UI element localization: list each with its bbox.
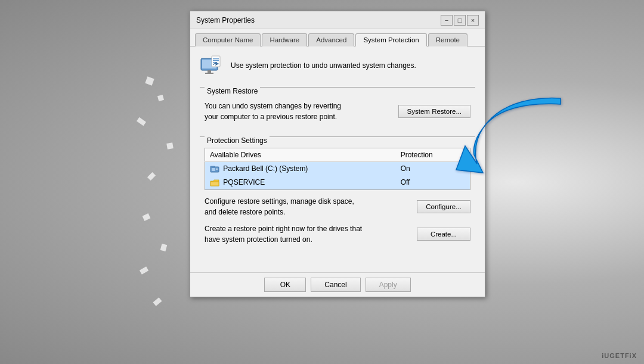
dialog-titlebar: System Properties − □ × bbox=[190, 11, 485, 29]
dialog-controls: − □ × bbox=[441, 15, 479, 26]
dialog-title: System Properties bbox=[196, 16, 255, 24]
watermark: iUGETFiX bbox=[602, 352, 637, 359]
tab-hardware[interactable]: Hardware bbox=[262, 33, 307, 46]
table-row[interactable]: Packard Bell (C:) (System) On bbox=[205, 162, 470, 176]
system-properties-dialog: System Properties − □ × Computer Name Ha… bbox=[190, 11, 485, 297]
apply-button[interactable]: Apply bbox=[366, 278, 411, 292]
create-row: Create a restore point right now for the… bbox=[205, 223, 470, 245]
drives-table: Available Drives Protection bbox=[205, 148, 470, 190]
system-restore-section: System Restore You can undo system chang… bbox=[200, 87, 475, 128]
drive-pq-name: PQSERVICE bbox=[205, 176, 396, 189]
dialog-body: Use system protection to undo unwanted s… bbox=[190, 46, 485, 272]
col-protection: Protection bbox=[396, 148, 470, 162]
protection-settings-label: Protection Settings bbox=[205, 136, 270, 145]
svg-rect-3 bbox=[205, 73, 213, 74]
col-drives: Available Drives bbox=[205, 148, 396, 162]
system-protection-icon bbox=[200, 54, 224, 77]
maximize-button[interactable]: □ bbox=[454, 15, 466, 26]
svg-rect-9 bbox=[212, 168, 215, 171]
tab-system-protection[interactable]: System Protection bbox=[355, 33, 426, 46]
drive-c-name: Packard Bell (C:) (System) bbox=[205, 162, 396, 176]
minimize-button[interactable]: − bbox=[441, 15, 453, 26]
tab-remote[interactable]: Remote bbox=[428, 33, 467, 46]
svg-rect-6 bbox=[213, 60, 219, 61]
configure-text: Configure restore settings, manage disk … bbox=[205, 196, 411, 217]
restore-description: You can undo system changes by reverting… bbox=[205, 101, 392, 122]
info-text: Use system protection to undo unwanted s… bbox=[231, 61, 416, 70]
tab-computer-name[interactable]: Computer Name bbox=[195, 33, 261, 46]
create-button[interactable]: Create... bbox=[417, 228, 470, 241]
cancel-button[interactable]: Cancel bbox=[311, 278, 360, 292]
tab-advanced[interactable]: Advanced bbox=[308, 33, 354, 46]
system-restore-button[interactable]: System Restore... bbox=[398, 105, 470, 118]
info-row: Use system protection to undo unwanted s… bbox=[200, 54, 475, 77]
svg-rect-10 bbox=[216, 169, 218, 170]
ok-button[interactable]: OK bbox=[264, 278, 306, 292]
dialog-footer: OK Cancel Apply bbox=[190, 272, 485, 297]
create-text: Create a restore point right now for the… bbox=[205, 223, 411, 245]
table-row[interactable]: PQSERVICE Off bbox=[205, 176, 470, 189]
close-button[interactable]: × bbox=[467, 15, 479, 26]
svg-rect-5 bbox=[213, 58, 219, 60]
svg-rect-12 bbox=[210, 182, 219, 186]
svg-rect-2 bbox=[208, 70, 211, 73]
system-restore-label: System Restore bbox=[205, 87, 260, 95]
protection-settings-section: Protection Settings Available Drives Pro… bbox=[200, 136, 475, 257]
prot-section-inner: Available Drives Protection bbox=[200, 145, 475, 257]
drive-c-protection: On bbox=[396, 162, 470, 176]
configure-button[interactable]: Configure... bbox=[417, 200, 470, 213]
restore-section-inner: You can undo system changes by reverting… bbox=[200, 96, 475, 128]
drive-pq-protection: Off bbox=[396, 176, 470, 189]
tabs-bar: Computer Name Hardware Advanced System P… bbox=[190, 29, 485, 46]
configure-row: Configure restore settings, manage disk … bbox=[205, 196, 470, 217]
svg-rect-11 bbox=[210, 166, 215, 167]
